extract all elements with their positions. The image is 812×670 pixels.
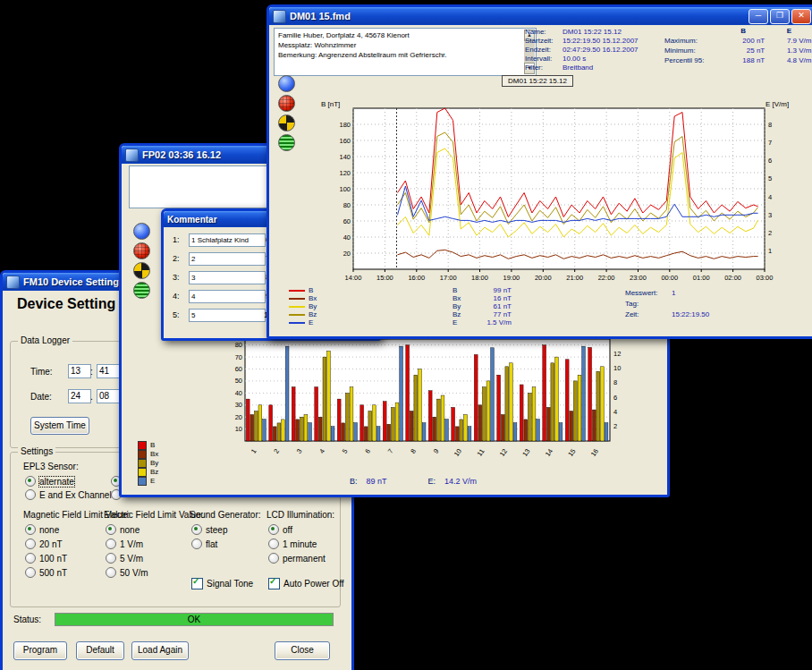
- lcd-option-1-minute[interactable]: 1 minute: [268, 539, 317, 549]
- kommentar-field-1[interactable]: 1 Schlafplatz Kind: [189, 233, 266, 247]
- time-separator-1: :: [90, 367, 93, 377]
- radio-icon: [106, 567, 116, 578]
- electric-option-none[interactable]: none: [106, 524, 140, 535]
- program-button[interactable]: Program: [13, 641, 67, 660]
- legend-swatch-e: [289, 322, 305, 324]
- quadrant-circle-icon[interactable]: [278, 114, 295, 131]
- footer-e-value: 14.2 V/m: [444, 477, 477, 486]
- auto-power-off-checkbox[interactable]: ✓ Auto Power Off: [268, 578, 344, 589]
- svg-text:12: 12: [498, 447, 509, 458]
- stats-col-e: E: [766, 26, 811, 36]
- svg-text:1: 1: [768, 247, 772, 255]
- default-button[interactable]: Default: [76, 641, 124, 660]
- kommentar-field-4[interactable]: 4: [189, 290, 266, 303]
- sphere-icon[interactable]: [278, 75, 295, 92]
- system-time-button[interactable]: System Time: [30, 417, 89, 435]
- date-month-input[interactable]: 08: [97, 389, 120, 403]
- sound-option-flat[interactable]: flat: [191, 539, 217, 549]
- date-day-input[interactable]: 24: [68, 389, 91, 403]
- electric-option-5vm[interactable]: 5 V/m: [106, 553, 143, 564]
- svg-text:5: 5: [768, 174, 772, 182]
- radio-icon: [268, 553, 279, 564]
- maximize-button[interactable]: ❐: [770, 9, 790, 24]
- svg-text:3: 3: [768, 211, 772, 219]
- magnetic-option-500nt[interactable]: 500 nT: [25, 567, 67, 578]
- line-chart[interactable]: 204060801001201401601801234567814:0015:0…: [307, 95, 797, 293]
- legend-item: E: [289, 318, 317, 327]
- kommentar-field-5[interactable]: 5: [189, 309, 266, 322]
- bar-chart[interactable]: 1020304050607080246810121234567891011121…: [209, 335, 649, 471]
- signal-tone-checkbox[interactable]: ✓ Signal Tone: [191, 578, 253, 589]
- kommentar-field-3[interactable]: 3: [189, 271, 266, 284]
- svg-text:18:00: 18:00: [471, 274, 488, 282]
- kommentar-label-2: 2:: [173, 254, 180, 263]
- svg-text:21:00: 21:00: [566, 274, 583, 282]
- lcd-option-off[interactable]: off: [268, 524, 292, 535]
- electric-option-50vm[interactable]: 50 V/m: [106, 567, 148, 578]
- svg-text:16: 16: [589, 447, 600, 458]
- svg-text:01:00: 01:00: [693, 274, 710, 282]
- electric-limit-label: Electric Field Limit Value:: [104, 510, 204, 520]
- time-hour-input[interactable]: 13: [68, 364, 91, 378]
- settings-group-label: Settings: [18, 446, 55, 456]
- legend-item: B: [138, 441, 158, 450]
- cursor-value-row: E1.5 V/m: [453, 318, 512, 327]
- close-window-button[interactable]: ✕: [791, 9, 811, 24]
- fp02-window-icon: [125, 148, 139, 162]
- dm01-window-icon: [273, 10, 286, 23]
- status-ok-bar: OK: [55, 613, 334, 626]
- footer-e-label: E:: [428, 477, 436, 486]
- svg-text:5: 5: [341, 447, 350, 455]
- cursor-value-row: Bx16 nT: [453, 294, 512, 302]
- grid-globe-icon[interactable]: [133, 242, 150, 259]
- svg-text:2: 2: [272, 447, 281, 455]
- epl3-option-e-and-ex[interactable]: E and Ex Channel: [25, 489, 112, 500]
- load-again-button[interactable]: Load Again: [131, 641, 189, 660]
- legend-swatch-by: [138, 459, 147, 468]
- close-button[interactable]: Close: [275, 641, 330, 660]
- grid-globe-icon[interactable]: [278, 95, 295, 112]
- fm10-window-icon: [6, 276, 20, 289]
- svg-text:40: 40: [343, 233, 351, 242]
- radio-label: steep: [206, 525, 227, 535]
- checkbox-label: Auto Power Off: [283, 579, 344, 589]
- time-minute-input[interactable]: 41: [97, 364, 120, 378]
- legend-swatch-e: [138, 477, 147, 486]
- kommentar-label-5: 5:: [173, 310, 180, 319]
- quadrant-circle-icon[interactable]: [133, 262, 150, 279]
- svg-text:6: 6: [768, 157, 772, 165]
- svg-text:7: 7: [386, 447, 395, 455]
- header-line-1: Familie Huber, Dorfplatz 4, 45678 Kienor…: [278, 30, 521, 40]
- svg-text:15:00: 15:00: [376, 274, 393, 282]
- stats-header-row: B E: [664, 26, 811, 36]
- magnetic-option-100nt[interactable]: 100 nT: [25, 553, 67, 564]
- magnetic-option-20nt[interactable]: 20 nT: [25, 539, 63, 549]
- minimize-button[interactable]: ─: [749, 9, 768, 24]
- radio-icon: [25, 476, 36, 487]
- date-label: Date:: [30, 392, 52, 402]
- epl3-option-alternate[interactable]: alternate: [25, 476, 74, 487]
- dm01-titlebar[interactable]: DM01 15.fmd ─ ❐ ✕: [269, 7, 812, 25]
- lcd-option-permanent[interactable]: permanent: [268, 553, 326, 564]
- kommentar-field-2[interactable]: 2: [189, 252, 266, 266]
- epl3-sensor-label: EPL3 Sensor:: [23, 462, 79, 471]
- magnetic-option-none[interactable]: none: [25, 524, 59, 535]
- electric-option-1vm[interactable]: 1 V/m: [106, 539, 143, 549]
- svg-text:120: 120: [339, 169, 351, 177]
- bar-legend: B Bx By Bz E: [138, 441, 158, 486]
- readout-zeit: Zeit:15:22:19.50: [625, 310, 709, 320]
- measurement-header-textbox[interactable]: Familie Huber, Dorfplatz 4, 45678 Kienor…: [274, 28, 537, 76]
- dm01-window-title: DM01 15.fmd: [290, 11, 351, 21]
- svg-text:20:00: 20:00: [535, 274, 552, 282]
- svg-text:30: 30: [235, 401, 242, 409]
- checkbox-icon: ✓: [191, 578, 203, 589]
- svg-text:180: 180: [339, 121, 351, 129]
- sphere-icon[interactable]: [133, 223, 150, 240]
- fp02-window-title: FP02 03:36 16.12: [142, 149, 221, 160]
- striped-circle-icon[interactable]: [133, 282, 150, 299]
- svg-text:03:00: 03:00: [757, 274, 774, 282]
- striped-circle-icon[interactable]: [278, 134, 295, 151]
- legend-swatch-by: [289, 306, 305, 308]
- sound-option-steep[interactable]: steep: [191, 524, 227, 535]
- svg-text:20: 20: [235, 413, 242, 421]
